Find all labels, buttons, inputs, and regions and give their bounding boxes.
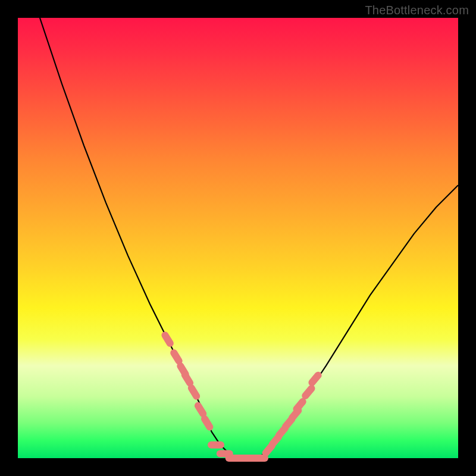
plot-area <box>18 18 458 458</box>
curve-marker <box>205 419 209 427</box>
marker-group <box>165 335 318 458</box>
curve-marker <box>305 389 311 396</box>
bottleneck-curve <box>40 18 458 458</box>
curve-marker <box>185 375 190 383</box>
watermark-text: TheBottleneck.com <box>365 4 469 17</box>
curve-marker <box>174 353 178 361</box>
curve-marker <box>198 406 203 414</box>
curve-marker <box>312 375 318 383</box>
chart-frame: TheBottleneck.com <box>0 0 476 476</box>
curve-marker <box>165 335 170 343</box>
curve-layer <box>18 18 458 458</box>
bottleneck-curve-path <box>40 18 458 458</box>
curve-marker <box>192 388 196 396</box>
curve-marker <box>297 402 303 409</box>
